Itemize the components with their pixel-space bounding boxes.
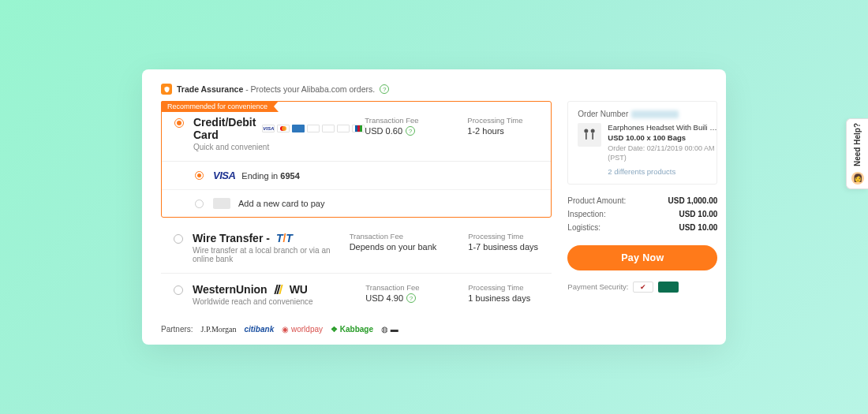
product-amount-value: USD 1,000.00 [668,196,718,205]
fee-label: Transaction Fee [350,232,437,241]
radio-wu[interactable] [174,285,183,295]
agent-icon: 👩 [851,172,864,185]
logistics-label: Logistics: [567,223,600,232]
product-price-line: USD 10.00 x 100 Bags [608,133,718,144]
mastercard-icon [277,125,290,132]
method-card-title: Credit/Debit Card [193,116,256,141]
svg-rect-2 [586,133,587,140]
fee-label: Transaction Fee [365,283,436,292]
pay-now-button[interactable]: Pay Now [567,245,717,270]
product-thumbnail [578,123,601,147]
wu-bars-icon [275,285,282,294]
product-amount-label: Product Amount: [567,196,626,205]
partner-citibank: citibank [244,325,274,334]
radio-wire[interactable] [174,234,183,244]
method-wire-sub: Wire transfer at a local branch or via a… [193,246,350,263]
recommended-ribbon: Recommended for convenience [161,101,274,112]
partner-worldpay: ◉ worldpay [282,325,323,334]
pci-icon [658,282,679,293]
logistics-value: USD 10.00 [679,223,717,232]
method-card-time: 1-2 hours [467,126,538,136]
method-wu-fee: USD 4.90 [365,293,403,303]
wu-title: WesternUnion [193,283,268,296]
payment-methods: Recommended for convenience Credit/Debit… [161,101,552,315]
payment-security-label: Payment Security: [567,282,628,291]
trade-assurance-desc: - Protects your Alibaba.com orders. [243,84,375,94]
method-wu-time: 1 business days [468,293,539,303]
shield-icon [161,84,172,95]
method-card-fee: USD 0.60 [365,126,402,136]
svg-rect-3 [593,133,594,140]
jcb-icon [352,125,365,132]
radio-saved-card[interactable] [195,171,204,180]
order-number-label: Order Number [578,110,628,118]
method-wire[interactable]: Wire Transfer - T/T Wire transfer at a l… [161,222,552,274]
info-icon[interactable]: ? [406,293,416,303]
order-date: Order Date: 02/11/2019 00:00 AM (PST) [608,144,718,162]
partner-jpmorgan: J.P.Morgan [201,325,237,334]
method-wire-fee: Depends on your bank [350,242,437,252]
generic-card-icon [213,198,230,209]
method-wire-title: Wire Transfer - [193,232,270,244]
product-title: Earphones Headset With Buili phone one … [608,123,718,133]
verisign-icon [633,282,653,293]
method-card[interactable]: Recommended for convenience Credit/Debit… [161,101,552,218]
svg-point-0 [585,129,589,133]
visa-icon: VISA [213,170,235,181]
radio-add-card[interactable] [195,200,204,208]
partner-other: ◍ ▬ [381,325,398,334]
method-card-sub: Quick and convenient [193,143,365,151]
add-card-row[interactable]: Add a new card to pay [162,189,551,217]
order-number-value [631,110,679,118]
amex-icon [292,125,305,132]
need-help-tab[interactable]: Need Help? 👩 [846,118,868,189]
svg-point-1 [591,129,595,133]
time-label: Processing Time [468,232,539,241]
method-wire-time: 1-7 business days [468,242,539,252]
different-products-link[interactable]: 2 differents products [608,167,707,176]
wu-suffix: WU [290,283,308,296]
ending-label: Ending in [241,171,278,181]
card-last4: 6954 [280,171,299,181]
diners-icon [307,125,320,132]
fee-label: Transaction Fee [365,116,436,125]
inspection-value: USD 10.00 [679,210,717,218]
visa-icon: VISA [262,125,275,132]
order-summary: Order Number Earphones Headset With Buil… [567,101,717,315]
saved-card-row[interactable]: VISA Ending in 6954 [162,162,551,189]
maestro-icon [337,125,350,132]
time-label: Processing Time [467,116,538,125]
tt-icon: T/T [276,232,293,244]
info-icon[interactable]: ? [380,84,389,94]
discover-icon [322,125,335,132]
method-wu[interactable]: WesternUnion WU Worldwide reach and conv… [161,274,552,315]
need-help-label: Need Help? [853,123,862,166]
checkout-card: Trade Assurance - Protects your Alibaba.… [142,69,726,345]
partners-row: Partners: J.P.Morgan citibank ◉ worldpay… [161,325,707,334]
inspection-label: Inspection: [567,210,605,218]
radio-card[interactable] [174,118,184,128]
trade-assurance-title: Trade Assurance [177,84,243,94]
partners-label: Partners: [161,325,193,334]
card-brand-strip: VISA [262,125,365,132]
method-wu-sub: Worldwide reach and convenience [193,297,365,306]
info-icon[interactable]: ? [406,126,415,136]
trade-assurance-row: Trade Assurance - Protects your Alibaba.… [161,84,707,95]
partner-kabbage: ❖ Kabbage [331,325,373,334]
add-card-label: Add a new card to pay [238,199,324,208]
time-label: Processing Time [468,283,539,292]
